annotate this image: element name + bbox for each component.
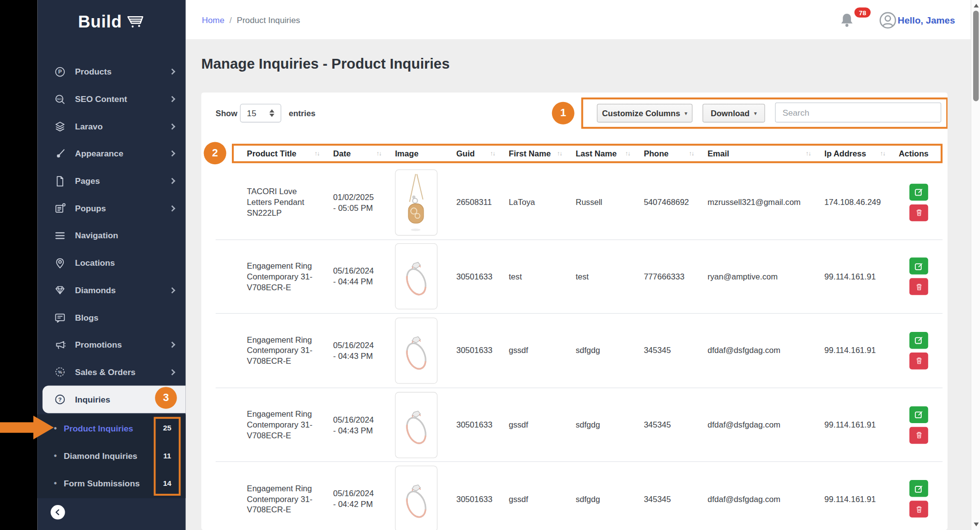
column-header-phone[interactable]: Phone↑↓ xyxy=(644,149,707,158)
column-header-first-name[interactable]: First Name↑↓ xyxy=(509,149,576,158)
blog-icon xyxy=(54,312,66,323)
delete-button[interactable] xyxy=(909,501,928,517)
page-scrollbar[interactable] xyxy=(971,0,980,530)
top-header-bar: Home / Product Inquiries 78 Hello, James xyxy=(186,0,971,40)
table-row: Engagement Ring Contemporary 31-V708ECR-… xyxy=(216,462,943,530)
sidebar-item-sales-orders[interactable]: % Sales & Orders xyxy=(37,358,185,386)
sidebar-item-label: Popups xyxy=(75,203,106,213)
cell-last-name: sdfgdg xyxy=(576,494,644,504)
column-header-ip-address[interactable]: Ip Address↑↓ xyxy=(825,149,899,158)
table-row: Engagement Ring Contemporary 31-V708ECR-… xyxy=(216,388,943,462)
cell-first-name: LaToya xyxy=(509,198,576,207)
table-header-row: Product Title↑↓ Date↑↓ Image Guid↑↓ Firs… xyxy=(216,144,943,163)
sidebar-item-navigation[interactable]: Navigation xyxy=(37,222,185,250)
entries-label: entries xyxy=(289,109,315,118)
cell-date: 01/02/2025- 05:05 PM xyxy=(333,192,395,213)
column-header-product-title[interactable]: Product Title↑↓ xyxy=(247,149,333,158)
sidebar-item-label: Pages xyxy=(75,177,100,186)
sort-icon[interactable]: ↑↓ xyxy=(490,150,495,157)
sidebar-item-products[interactable]: P Products xyxy=(37,58,185,86)
inquiries-card: Show 15 entries 1 Customize Columns ▾ Do… xyxy=(201,93,948,530)
sidebar-item-laravo[interactable]: Laravo xyxy=(37,113,185,140)
bullet-icon: • xyxy=(54,478,57,488)
submenu-item-label: Diamond Inquiries xyxy=(64,451,137,460)
breadcrumb-home-link[interactable]: Home xyxy=(202,15,225,25)
logo[interactable]: Build xyxy=(37,6,185,38)
popup-icon xyxy=(54,202,66,214)
column-header-last-name[interactable]: Last Name↑↓ xyxy=(576,149,644,158)
sidebar-item-pages[interactable]: Pages xyxy=(37,167,185,195)
question-circle-icon: ? xyxy=(54,394,66,405)
delete-button[interactable] xyxy=(909,278,928,295)
cell-phone: 777666333 xyxy=(644,272,707,281)
search-input[interactable] xyxy=(775,102,941,123)
cell-actions xyxy=(909,332,943,369)
sort-icon[interactable]: ↑↓ xyxy=(314,150,319,157)
delete-button[interactable] xyxy=(909,204,928,221)
breadcrumb-separator: / xyxy=(229,15,232,25)
edit-button[interactable] xyxy=(909,332,928,349)
cell-ip-address: 174.108.46.249 xyxy=(825,198,899,207)
notifications-bell-button[interactable] xyxy=(839,12,854,28)
cell-email: dfdaf@dsfgdag.com xyxy=(707,346,824,355)
customize-columns-button[interactable]: Customize Columns ▾ xyxy=(597,104,693,123)
user-avatar[interactable] xyxy=(879,12,896,28)
product-thumbnail-ring xyxy=(395,466,438,530)
user-greeting[interactable]: Hello, James xyxy=(898,0,955,40)
column-header-date[interactable]: Date↑↓ xyxy=(333,149,395,158)
column-header-email[interactable]: Email↑↓ xyxy=(707,149,824,158)
page-size-select[interactable]: 15 xyxy=(240,104,281,123)
download-button[interactable]: Download ▾ xyxy=(703,104,765,123)
sidebar-item-label: Laravo xyxy=(75,122,102,131)
cell-first-name: gssdf xyxy=(509,494,576,504)
edit-button[interactable] xyxy=(909,184,928,201)
edit-button[interactable] xyxy=(909,406,928,423)
chevron-right-icon xyxy=(169,96,176,102)
scroll-down-arrow-icon[interactable] xyxy=(974,523,979,527)
sort-icon[interactable]: ↑↓ xyxy=(376,150,381,157)
sidebar-item-promotions[interactable]: Promotions xyxy=(37,331,185,359)
cell-email: mzrussell321@gmail.com xyxy=(707,198,824,207)
delete-button[interactable] xyxy=(909,353,928,369)
cell-date: 05/16/2024- 04:42 PM xyxy=(333,488,395,509)
sidebar-item-seo-content[interactable]: SEO SEO Content xyxy=(37,85,185,113)
sidebar-item-popups[interactable]: Popups xyxy=(37,195,185,222)
cell-product-title: Engagement Ring Contemporary 31-V708ECR-… xyxy=(247,260,315,292)
column-header-guid[interactable]: Guid↑↓ xyxy=(456,149,509,158)
cell-actions xyxy=(909,258,943,295)
sort-icon[interactable]: ↑↓ xyxy=(625,150,630,157)
edit-button[interactable] xyxy=(909,480,928,497)
cell-product-title: TACORI Love Letters Pendant SN222LP xyxy=(247,186,315,218)
product-thumbnail-ring xyxy=(395,392,438,458)
submenu-item-label: Form Submissions xyxy=(64,479,140,488)
chevron-right-icon xyxy=(169,287,176,294)
scroll-up-arrow-icon[interactable] xyxy=(974,4,979,8)
sort-icon[interactable]: ↑↓ xyxy=(880,150,885,157)
sidebar-item-label: Navigation xyxy=(75,231,118,240)
cell-ip-address: 99.114.161.91 xyxy=(825,346,899,355)
diamond-icon xyxy=(54,285,66,296)
cell-guid: 30501633 xyxy=(456,420,509,429)
sidebar-item-diamonds[interactable]: Diamonds xyxy=(37,277,185,304)
cell-date: 05/16/2024- 04:44 PM xyxy=(333,266,395,287)
left-black-strip xyxy=(0,0,37,530)
sort-icon[interactable]: ↑↓ xyxy=(805,150,810,157)
inquiries-submenu: • Product Inquiries 25 • Diamond Inquiri… xyxy=(37,414,185,498)
sort-icon[interactable]: ↑↓ xyxy=(557,150,562,157)
sidebar-item-appearance[interactable]: Appearance xyxy=(37,140,185,168)
sidebar-item-locations[interactable]: Locations xyxy=(37,249,185,277)
scrollbar-thumb[interactable] xyxy=(973,11,979,101)
map-pin-icon xyxy=(54,257,66,269)
sidebar-item-label: Products xyxy=(75,67,112,76)
sort-icon[interactable]: ↑↓ xyxy=(689,150,694,157)
cell-date: 05/16/2024- 04:43 PM xyxy=(333,340,395,361)
edit-button[interactable] xyxy=(909,258,928,275)
sidebar-collapse-button[interactable] xyxy=(50,505,65,519)
breadcrumb: Home / Product Inquiries xyxy=(202,0,300,40)
delete-button[interactable] xyxy=(909,427,928,443)
person-icon xyxy=(879,12,896,28)
annotation-step-2: 2 xyxy=(204,142,226,164)
sidebar-item-blogs[interactable]: Blogs xyxy=(37,304,185,331)
cell-email: ryan@amptive.com xyxy=(707,272,824,281)
cell-email: dfdaf@dsfgdag.com xyxy=(707,494,824,504)
